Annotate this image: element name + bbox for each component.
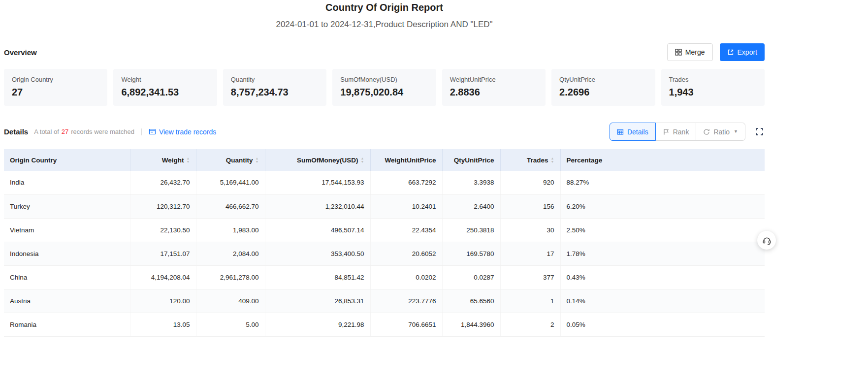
export-button-label: Export <box>738 48 757 56</box>
cell-origin-country: Indonesia <box>4 242 130 265</box>
cell-quantity: 2,084.00 <box>196 242 265 265</box>
cell-qtyunitprice: 3.3938 <box>442 171 500 194</box>
cell-sumofmoney-usd: 26,853.31 <box>265 289 370 313</box>
content: Country Of Origin Report 2024-01-01 to 2… <box>4 0 765 337</box>
stat-label: Quantity <box>231 76 319 83</box>
column-label: SumOfMoney(USD) <box>297 157 358 164</box>
table-head: Origin CountryWeight▲▼Quantity▲▼SumOfMon… <box>4 149 765 171</box>
cell-trades: 1 <box>500 289 560 313</box>
cell-trades: 30 <box>500 218 560 242</box>
details-left: Details A total of27records were matched… <box>4 127 216 136</box>
sort-carets-icon[interactable]: ▲▼ <box>551 157 554 163</box>
table-row: Turkey120,312.70466,662.701,232,010.4410… <box>4 194 765 218</box>
view-trade-records-label: View trade records <box>159 128 216 136</box>
export-icon <box>727 49 734 56</box>
rank-icon <box>663 128 670 135</box>
cell-weight: 120.00 <box>130 289 196 313</box>
details-bar: Details A total of27records were matched… <box>4 123 765 141</box>
column-label: Quantity <box>226 157 253 164</box>
column-header-weight[interactable]: Weight▲▼ <box>130 149 196 171</box>
stat-label: Origin Country <box>12 76 99 83</box>
match-suffix: records were matched <box>71 128 134 135</box>
column-label: QtyUnitPrice <box>454 157 494 164</box>
table-row: India26,432.705,169,441.0017,544,153.936… <box>4 171 765 194</box>
cell-weight: 17,151.07 <box>130 242 196 265</box>
column-header-origin-country: Origin Country <box>4 149 130 171</box>
column-header-trades[interactable]: Trades▲▼ <box>500 149 560 171</box>
stat-value: 8,757,234.73 <box>231 87 319 98</box>
tab-ratio[interactable]: Ratio ▼ <box>696 123 745 141</box>
trade-records-icon <box>149 128 156 135</box>
cell-weight: 120,312.70 <box>130 194 196 218</box>
table-row: Austria120.00409.0026,853.31223.777665.6… <box>4 289 765 313</box>
overview-section-title: Overview <box>4 48 37 57</box>
column-header-quantity[interactable]: Quantity▲▼ <box>196 149 265 171</box>
headset-icon <box>762 236 772 245</box>
cell-qtyunitprice: 250.3818 <box>442 218 500 242</box>
column-label: Percentage <box>567 157 603 164</box>
cell-sumofmoney-usd: 84,851.42 <box>265 265 370 289</box>
stat-label: Trades <box>669 76 757 83</box>
cell-weightunitprice: 10.2401 <box>370 194 442 218</box>
cell-sumofmoney-usd: 17,544,153.93 <box>265 171 370 194</box>
sort-carets-icon[interactable]: ▲▼ <box>187 157 190 163</box>
export-button[interactable]: Export <box>720 43 765 61</box>
cell-sumofmoney-usd: 9,221.98 <box>265 313 370 336</box>
cell-weightunitprice: 20.6052 <box>370 242 442 265</box>
column-label: Origin Country <box>10 157 57 164</box>
table-body: India26,432.705,169,441.0017,544,153.936… <box>4 171 765 336</box>
table-row: Indonesia17,151.072,084.00353,400.5020.6… <box>4 242 765 265</box>
stat-value: 2.8836 <box>450 87 538 98</box>
stat-value: 27 <box>12 87 99 98</box>
cell-percentage: 6.20% <box>560 194 765 218</box>
cell-trades: 17 <box>500 242 560 265</box>
stat-card-weight: Weight 6,892,341.53 <box>113 69 217 106</box>
cell-percentage: 0.43% <box>560 265 765 289</box>
stat-value: 6,892,341.53 <box>121 87 209 98</box>
cell-percentage: 1.78% <box>560 242 765 265</box>
stat-value: 2.2696 <box>559 87 647 98</box>
cell-quantity: 466,662.70 <box>196 194 265 218</box>
details-table: Origin CountryWeight▲▼Quantity▲▼SumOfMon… <box>4 149 765 337</box>
match-count: 27 <box>62 128 68 135</box>
stat-card-origin-country: Origin Country 27 <box>4 69 107 106</box>
stat-label: Weight <box>121 76 209 83</box>
tab-details[interactable]: Details <box>610 123 656 141</box>
stat-label: QtyUnitPrice <box>559 76 647 83</box>
cell-trades: 156 <box>500 194 560 218</box>
tab-details-label: Details <box>627 128 648 136</box>
match-prefix: A total of <box>34 128 59 135</box>
cell-trades: 920 <box>500 171 560 194</box>
page: Country Of Origin Report 2024-01-01 to 2… <box>0 0 868 382</box>
cell-qtyunitprice: 65.6560 <box>442 289 500 313</box>
cell-percentage: 0.14% <box>560 289 765 313</box>
merge-button[interactable]: Merge <box>667 43 713 61</box>
stat-card-sum-of-money: SumOfMoney(USD) 19,875,020.84 <box>332 69 436 106</box>
cell-weightunitprice: 22.4354 <box>370 218 442 242</box>
tab-rank[interactable]: Rank <box>655 123 697 141</box>
cell-weightunitprice: 223.7776 <box>370 289 442 313</box>
details-section-title: Details <box>4 127 28 136</box>
column-header-sumofmoney-usd[interactable]: SumOfMoney(USD)▲▼ <box>265 149 370 171</box>
cell-weight: 26,432.70 <box>130 171 196 194</box>
cell-origin-country: Austria <box>4 289 130 313</box>
sort-carets-icon[interactable]: ▲▼ <box>256 157 259 163</box>
stat-card-quantity: Quantity 8,757,234.73 <box>223 69 326 106</box>
support-fab-button[interactable] <box>757 231 776 250</box>
sync-icon <box>703 128 710 135</box>
column-header-weightunitprice: WeightUnitPrice <box>370 149 442 171</box>
sort-carets-icon[interactable]: ▲▼ <box>361 157 364 163</box>
column-label: Weight <box>162 157 184 164</box>
view-trade-records-link[interactable]: View trade records <box>149 128 216 136</box>
table-header-row: Origin CountryWeight▲▼Quantity▲▼SumOfMon… <box>4 149 765 171</box>
fullscreen-button[interactable] <box>754 127 765 137</box>
table-row: China4,194,208.042,961,278.0084,851.420.… <box>4 265 765 289</box>
cell-quantity: 1,983.00 <box>196 218 265 242</box>
cell-sumofmoney-usd: 1,232,010.44 <box>265 194 370 218</box>
cell-origin-country: India <box>4 171 130 194</box>
table-row: Romania13.055.009,221.98706.66511,844.39… <box>4 313 765 336</box>
cell-qtyunitprice: 1,844.3960 <box>442 313 500 336</box>
cell-trades: 2 <box>500 313 560 336</box>
column-label: Trades <box>527 157 548 164</box>
stat-label: SumOfMoney(USD) <box>340 76 428 83</box>
